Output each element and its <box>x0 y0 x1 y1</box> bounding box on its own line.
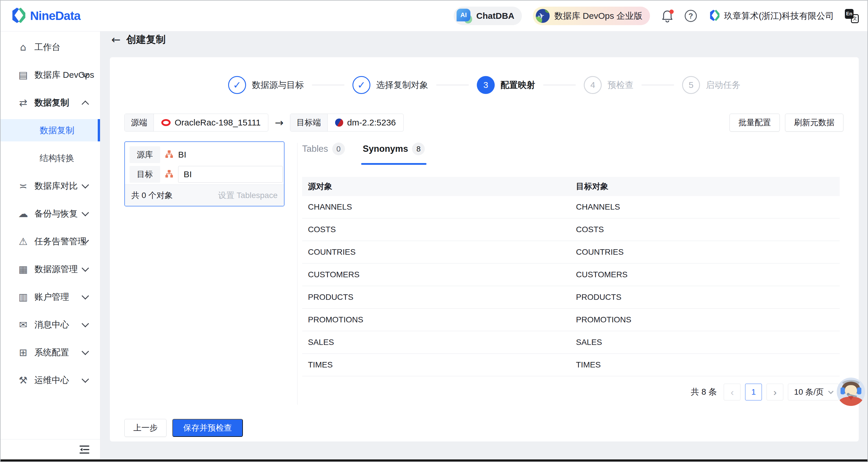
step-circle: 5 <box>682 76 700 94</box>
refresh-metadata-button[interactable]: 刷新元数据 <box>785 114 843 131</box>
target-schema-input[interactable] <box>178 166 283 183</box>
header-right: AI ChatDBA ✈ 数据库 DevOps 企业版 ? <box>454 7 859 25</box>
table-row: PRODUCTS PRODUCTS <box>302 286 840 309</box>
source-object-cell: TIMES <box>302 360 570 369</box>
account-manage-icon: ▥ <box>17 291 29 303</box>
table-row: COUNTRIES COUNTRIES <box>302 241 840 264</box>
prev-page-button[interactable]: ‹ <box>724 383 741 400</box>
chatdba-button[interactable]: AI ChatDBA <box>454 7 522 25</box>
source-object-cell: PRODUCTS <box>302 292 570 302</box>
database-devops-icon: ▤ <box>17 69 29 81</box>
account-menu[interactable]: 玖章算术(浙江)科技有限公司 <box>708 9 834 23</box>
sidebar-item-label: 结构转换 <box>40 152 74 164</box>
sidebar-collapse-icon[interactable] <box>79 445 90 454</box>
sidebar-item[interactable]: ⚠ 任务告警管理 <box>1 227 100 255</box>
app-window: NineData AI ChatDBA ✈ 数据库 DevOps 企业版 <box>0 0 868 462</box>
page-title: 创建复制 <box>126 33 166 46</box>
step-label: 启动任务 <box>706 79 741 91</box>
sidebar-item[interactable]: ≍ 数据库对比 <box>1 172 100 200</box>
object-tab[interactable]: Tables 0 <box>302 141 345 157</box>
save-and-precheck-button[interactable]: 保存并预检查 <box>172 419 243 437</box>
target-object-cell: CUSTOMERS <box>570 270 840 279</box>
schema-mapping-panel[interactable]: 源库 BI 目标 <box>124 142 284 207</box>
next-page-button[interactable]: › <box>767 383 783 400</box>
source-object-cell: PROMOTIONS <box>302 315 570 325</box>
wizard-step[interactable]: ✓ 选择复制对象 <box>352 76 477 94</box>
sidebar-item[interactable]: ☁ 备份与恢复 <box>1 200 100 227</box>
object-tabs: Tables 0 Synonyms 8 <box>302 141 425 157</box>
target-object-cell: PRODUCTS <box>570 292 840 302</box>
sidebar-menu: ⌂ 工作台 ▤ 数据库 DevOps ⇄ 数据复制 数据复制 <box>1 32 100 394</box>
sidebar-item-label: 数据复制 <box>34 97 69 109</box>
table-row: SALES SALES <box>302 331 840 354</box>
data-replication-icon: ⇄ <box>17 97 29 109</box>
page-number-button[interactable]: 1 <box>745 383 762 400</box>
backup-restore-icon: ☁ <box>17 208 29 219</box>
edition-badge[interactable]: ✈ 数据库 DevOps 企业版 <box>533 7 650 25</box>
sidebar-item[interactable]: 数据复制 <box>1 117 100 144</box>
previous-step-button[interactable]: 上一步 <box>124 419 166 437</box>
datasource-icon: ▦ <box>17 264 29 275</box>
sidebar-item[interactable]: 结构转换 <box>1 144 100 172</box>
sidebar: ⌂ 工作台 ▤ 数据库 DevOps ⇄ 数据复制 数据复制 <box>1 32 100 459</box>
globe-plane-icon: ✈ <box>536 9 550 23</box>
company-name: 玖章算术(浙江)科技有限公司 <box>724 10 834 22</box>
target-object-column-header: 目标对象 <box>570 181 840 192</box>
page-size-select[interactable]: 10 条/页 <box>788 383 839 400</box>
step-circle: 4 <box>584 76 602 94</box>
sidebar-item-label: 数据库对比 <box>34 180 78 192</box>
sidebar-item-label: 数据复制 <box>40 125 74 136</box>
total-count: 共 8 条 <box>691 386 717 398</box>
source-object-cell: COUNTRIES <box>302 247 570 257</box>
step-label: 预检查 <box>608 79 633 91</box>
back-arrow-icon[interactable]: ← <box>111 33 121 46</box>
sidebar-item-label: 数据库 DevOps <box>34 69 94 81</box>
batch-config-button[interactable]: 批量配置 <box>730 114 780 131</box>
wizard-step[interactable]: ✓ 数据源与目标 <box>228 76 352 94</box>
sidebar-item-label: 备份与恢复 <box>34 208 78 220</box>
edition-label: 数据库 DevOps 企业版 <box>554 10 643 22</box>
ninedata-logo[interactable]: NineData <box>9 7 81 25</box>
source-schema-row: 源库 BI <box>125 146 284 163</box>
table-row: COSTS COSTS <box>302 219 840 241</box>
source-endpoint: 源端 OracleRac-198_15111 <box>124 114 268 131</box>
schema-tree-icon <box>165 170 174 179</box>
sidebar-item[interactable]: ✉ 消息中心 <box>1 311 100 339</box>
notification-bell-icon[interactable] <box>661 9 674 23</box>
sidebar-footer <box>1 439 100 459</box>
source-endpoint-name: OracleRac-198_15111 <box>175 118 260 127</box>
sidebar-item[interactable]: ⊞ 系统配置 <box>1 339 100 366</box>
wizard-step[interactable]: 4 预检查 <box>584 76 682 94</box>
sidebar-item[interactable]: ▤ 数据库 DevOps <box>1 61 100 89</box>
synonyms-table: 源对象 目标对象 CHANNELS CHANNELS COSTS COSTS C… <box>302 177 840 376</box>
wizard-step[interactable]: 3 配置映射 <box>477 76 584 94</box>
ninedata-logo-icon <box>9 7 26 25</box>
set-tablespace-link[interactable]: 设置 Tablespace <box>218 190 278 201</box>
sidebar-item[interactable]: ▦ 数据源管理 <box>1 255 100 283</box>
target-object-cell: TIMES <box>570 360 840 369</box>
page-head: ← 创建复制 <box>111 33 166 46</box>
target-endpoint: 目标端 dm-2.2:5236 <box>290 114 404 131</box>
target-endpoint-name: dm-2.2:5236 <box>347 118 396 127</box>
customer-support-avatar[interactable] <box>837 377 865 406</box>
wizard-step[interactable]: 5 启动任务 <box>682 76 741 94</box>
oracle-icon <box>161 119 170 126</box>
language-switch-icon[interactable]: En 文 <box>845 9 859 23</box>
step-label: 数据源与目标 <box>252 79 304 91</box>
sidebar-item[interactable]: ⌂ 工作台 <box>1 33 100 61</box>
target-object-cell: PROMOTIONS <box>570 315 840 325</box>
help-icon[interactable]: ? <box>685 10 697 22</box>
target-object-cell: CHANNELS <box>570 203 840 212</box>
sidebar-item-label: 工作台 <box>34 41 60 53</box>
sidebar-item[interactable]: ▥ 账户管理 <box>1 283 100 311</box>
task-alert-icon: ⚠ <box>17 236 29 247</box>
table-header-row: 源对象 目标对象 <box>302 177 840 196</box>
chatdba-ai-icon: AI <box>457 9 472 23</box>
tab-label: Synonyms <box>363 144 408 154</box>
page-size-value: 10 条/页 <box>794 387 824 398</box>
sidebar-item[interactable]: ⚒ 运维中心 <box>1 366 100 394</box>
notification-dot <box>669 9 674 14</box>
org-logo-icon <box>708 9 720 23</box>
object-tab[interactable]: Synonyms 8 <box>363 141 425 157</box>
sidebar-item[interactable]: ⇄ 数据复制 <box>1 89 100 117</box>
